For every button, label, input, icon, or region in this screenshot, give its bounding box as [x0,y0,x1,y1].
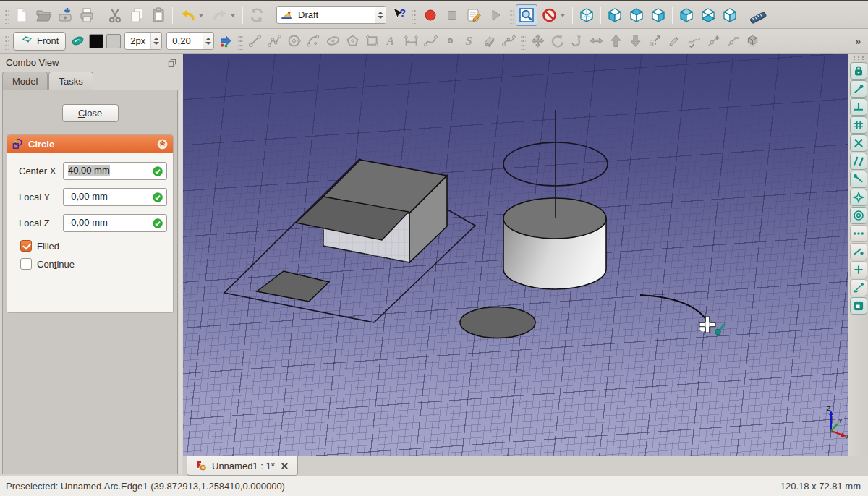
draft-upgrade-button[interactable] [606,31,626,51]
draft-rectangle-button[interactable] [362,31,382,51]
face-color-swatch[interactable] [106,34,121,48]
view-top-button[interactable] [626,4,647,26]
undo-button[interactable] [176,4,208,26]
draft-style-button[interactable] [68,31,88,51]
draft-text-button[interactable] [382,31,401,51]
draft-line-button[interactable] [245,31,265,51]
collapse-task-icon[interactable] [156,138,169,150]
fit-all-button[interactable] [516,4,537,26]
macro-play-button[interactable] [485,4,506,26]
refresh-button[interactable] [246,4,268,26]
draft-rotate-button[interactable] [548,31,567,51]
snap-perpendicular-button[interactable] [850,98,867,116]
snap-angle-button[interactable] [850,261,867,278]
draft-point-button[interactable] [441,31,460,51]
draw-style-button[interactable] [537,4,569,26]
view-right-button[interactable] [647,4,669,26]
draft-polygon-button[interactable] [343,31,362,51]
toolbar-handle[interactable] [4,33,9,50]
toolbar-handle[interactable] [412,7,417,24]
macro-record-button[interactable] [420,4,441,26]
scale-spinbox[interactable]: 0,20 [166,32,214,50]
draft-offset-button[interactable] [567,31,587,51]
view-rear-button[interactable] [676,4,697,26]
document-tab[interactable]: Unnamed1 : 1* [187,456,298,476]
draft-trimex-button[interactable] [587,31,606,51]
view-axonometric-button[interactable] [576,4,597,26]
toolbar-overflow-indicator[interactable]: » [849,35,867,47]
draft-add-point-button[interactable] [704,31,723,51]
save-document-button[interactable] [54,4,76,26]
snap-near-button[interactable] [850,243,867,260]
draft-bezier-button[interactable] [499,31,519,51]
snap-ortho-button[interactable] [850,225,867,242]
draft-shapestring-button[interactable] [460,31,480,51]
toolbar-handle[interactable] [4,7,9,24]
continue-checkbox[interactable] [20,258,32,270]
arc-edge[interactable] [640,295,709,324]
center-x-input[interactable]: 40,00 mm [63,162,167,180]
draft-wire-to-bspline-button[interactable] [684,31,704,51]
snap-endpoint-button[interactable] [850,80,867,98]
draft-arc-button[interactable] [304,31,323,51]
paste-button[interactable] [148,4,169,26]
circle-task-header[interactable]: Circle [7,135,173,153]
panel-scrollbar[interactable] [179,90,182,474]
dropdown-arrow-icon[interactable] [559,12,566,19]
open-document-button[interactable] [33,4,54,26]
line-width-spinbox[interactable]: 2px [124,32,162,50]
snap-grid-button[interactable] [850,116,867,134]
draft-wire-button[interactable] [265,31,284,51]
local-y-input[interactable]: -0,00 mm [63,188,167,206]
snap-intersection-button[interactable] [850,134,867,152]
draft-edit-button[interactable] [665,31,684,51]
dropdown-arrow-icon[interactable] [229,12,237,19]
draft-move-button[interactable] [528,31,548,51]
toolbar-handle[interactable] [509,7,514,24]
draft-dimension-button[interactable] [401,31,421,51]
view-left-button[interactable] [719,4,741,26]
filled-checkbox[interactable] [20,240,32,252]
workbench-spinner[interactable] [375,7,386,23]
cut-button[interactable] [104,4,126,26]
draft-delete-point-button[interactable] [723,31,743,51]
float-panel-icon[interactable] [167,58,177,68]
filled-circle[interactable] [460,307,535,338]
tab-tasks[interactable]: Tasks [48,72,93,90]
macro-stop-button[interactable] [441,4,463,26]
workbench-selector[interactable]: Draft [276,6,386,24]
draft-shape2dview-button[interactable] [743,31,762,51]
snap-center-button[interactable] [850,207,867,224]
whats-this-button[interactable] [388,4,410,26]
measure-distance-button[interactable] [747,4,769,26]
draft-scale-button[interactable] [645,31,665,51]
dropdown-arrow-icon[interactable] [197,12,205,19]
snap-lock-button[interactable] [850,62,867,80]
snap-working-plane-button[interactable] [850,297,867,315]
cylinder-solid[interactable] [503,198,606,289]
copy-button[interactable] [126,4,148,26]
filled-rectangle[interactable] [257,271,329,302]
draft-bspline-button[interactable] [421,31,441,51]
line-color-swatch[interactable] [89,34,103,48]
view-front-button[interactable] [604,4,626,26]
scale-arrows[interactable] [203,33,213,49]
apply-style-button[interactable] [216,31,236,51]
local-z-input[interactable]: -0,00 mm [63,214,167,232]
redo-button[interactable] [208,4,239,26]
close-tab-icon[interactable] [280,461,289,471]
line-width-arrows[interactable] [150,33,161,49]
toolbar-handle[interactable] [852,56,865,60]
snap-parallel-button[interactable] [850,153,867,170]
toolbar-handle[interactable] [521,33,526,50]
working-plane-button[interactable]: Front [13,32,66,51]
snap-extension-button[interactable] [850,171,867,188]
3d-viewport[interactable]: Z Y X [183,54,848,456]
toolbar-handle[interactable] [238,33,243,50]
snap-dimensions-button[interactable] [850,279,867,296]
new-document-button[interactable] [11,4,33,26]
snap-special-button[interactable] [850,189,867,206]
draft-circle-button[interactable] [284,31,304,51]
print-document-button[interactable] [76,4,98,26]
close-task-button[interactable]: Close [62,104,119,122]
